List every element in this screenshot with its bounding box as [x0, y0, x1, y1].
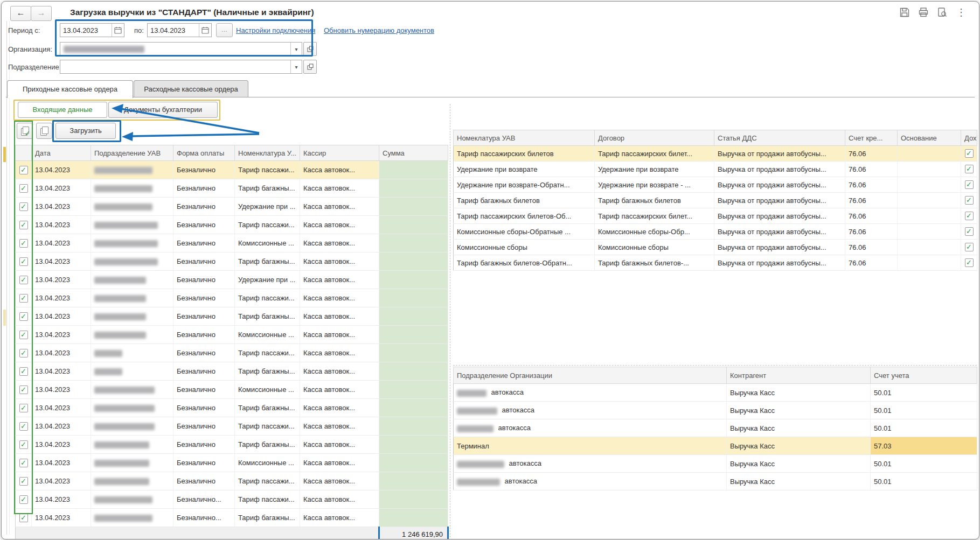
payment-form-cell[interactable]: Безналично	[173, 253, 235, 271]
table-row[interactable]: ✓13.04.2023БезналичноКомиссионные ...Кас…	[16, 454, 448, 472]
income-checkbox-cell[interactable]: ✓	[961, 224, 977, 240]
payment-form-cell[interactable]: Безналично	[173, 326, 235, 344]
cashier-cell[interactable]: Касса автовок...	[300, 271, 379, 289]
date-cell[interactable]: 13.04.2023	[32, 198, 91, 216]
department-cell[interactable]	[91, 490, 173, 509]
basis-cell[interactable]	[898, 177, 961, 193]
row-checkbox[interactable]: ✓	[19, 184, 28, 193]
checkbox-cell[interactable]: ✓	[16, 417, 32, 436]
payment-form-cell[interactable]: Безналично	[173, 179, 235, 198]
nomenclature-cell[interactable]: Тариф пассажи...	[235, 216, 300, 234]
period-from-field[interactable]	[60, 23, 124, 37]
row-checkbox[interactable]: ✓	[19, 257, 28, 266]
contragent-cell[interactable]: Выручка Касс	[727, 473, 871, 490]
sum-cell[interactable]	[379, 509, 448, 527]
department-cell[interactable]	[91, 436, 173, 454]
payment-form-cell[interactable]: Безналично	[173, 472, 235, 490]
column-header[interactable]	[16, 145, 32, 161]
table-row[interactable]: ✓13.04.2023БезналичноКомиссионные ...Кас…	[16, 381, 448, 399]
column-header[interactable]: Подразделение Организации	[454, 367, 727, 384]
sum-cell[interactable]	[379, 326, 448, 344]
vat-item-cell[interactable]: Выручка от продажи автобусны...	[714, 193, 845, 208]
date-cell[interactable]: 13.04.2023	[32, 399, 91, 417]
income-checkbox[interactable]: ✓	[965, 227, 974, 236]
department-cell[interactable]	[91, 307, 173, 326]
payment-form-cell[interactable]: Безналично	[173, 161, 235, 179]
connection-settings-link[interactable]: Настройки подключения	[236, 26, 315, 34]
table-row[interactable]: ✓13.04.2023БезналичноТариф багажны...Кас…	[16, 179, 448, 198]
department-cell[interactable]	[91, 344, 173, 362]
income-checkbox[interactable]: ✓	[965, 165, 974, 173]
column-header[interactable]: Номеклатура УАВ	[454, 130, 595, 146]
contract-cell[interactable]: Тариф багажных билетов	[595, 193, 714, 208]
nomenclature-cell[interactable]: Тариф багажных билетов	[454, 193, 595, 208]
checkbox-cell[interactable]: ✓	[16, 289, 32, 307]
period-to-field[interactable]	[147, 23, 212, 37]
column-header[interactable]: Контрагент	[727, 367, 871, 384]
table-row[interactable]: ✓13.04.2023БезналичноТариф багажны...Кас…	[16, 362, 448, 381]
column-header[interactable]: Подразделение УАВ	[91, 145, 173, 161]
cashier-cell[interactable]: Касса автовок...	[300, 234, 379, 253]
contract-cell[interactable]: Комиссионные сборы	[595, 240, 714, 255]
sum-cell[interactable]	[379, 472, 448, 490]
payment-form-cell[interactable]: Безналично	[173, 271, 235, 289]
basis-cell[interactable]	[898, 240, 961, 255]
date-cell[interactable]: 13.04.2023	[32, 490, 91, 509]
date-cell[interactable]: 13.04.2023	[32, 472, 91, 490]
row-checkbox[interactable]: ✓	[19, 312, 28, 321]
preview-icon[interactable]	[936, 6, 948, 18]
income-checkbox-cell[interactable]: ✓	[961, 193, 977, 208]
table-row[interactable]: автокассаВыручка Касс50.01	[454, 455, 977, 473]
table-row[interactable]: ✓13.04.2023БезналичноУдержание при ...Ка…	[16, 198, 448, 216]
checkbox-cell[interactable]: ✓	[16, 271, 32, 289]
date-cell[interactable]: 13.04.2023	[32, 344, 91, 362]
basis-cell[interactable]	[898, 224, 961, 240]
basis-cell[interactable]	[898, 162, 961, 177]
table-row[interactable]: ✓13.04.2023БезналичноКомиссионные ...Кас…	[16, 326, 448, 344]
cashier-cell[interactable]: Касса автовок...	[300, 161, 379, 179]
row-checkbox[interactable]: ✓	[19, 477, 28, 486]
income-checkbox[interactable]: ✓	[965, 243, 974, 251]
checkbox-cell[interactable]: ✓	[16, 161, 32, 179]
sum-cell[interactable]	[379, 179, 448, 198]
checkbox-cell[interactable]: ✓	[16, 216, 32, 234]
payment-form-cell[interactable]: Безналично	[173, 198, 235, 216]
department-cell[interactable]: автокасса	[454, 455, 727, 473]
department-cell[interactable]: автокасса	[454, 473, 727, 490]
row-checkbox[interactable]: ✓	[19, 404, 28, 412]
income-checkbox-cell[interactable]: ✓	[961, 177, 977, 193]
calendar-icon[interactable]	[199, 24, 211, 37]
payment-form-cell[interactable]: Безналично	[173, 417, 235, 436]
row-checkbox[interactable]: ✓	[19, 294, 28, 303]
table-row[interactable]: ✓13.04.2023БезналичноТариф багажны...Кас…	[16, 307, 448, 326]
income-checkbox-cell[interactable]: ✓	[961, 162, 977, 177]
vertical-splitter[interactable]	[450, 104, 450, 537]
table-row[interactable]: Удержание при возвратеУдержание при возв…	[454, 162, 977, 177]
nomenclature-cell[interactable]: Тариф пассажи...	[235, 289, 300, 307]
table-row[interactable]: Тариф пассажирских билетов-Об...Тариф па…	[454, 208, 977, 224]
checkbox-cell[interactable]: ✓	[16, 490, 32, 509]
credit-account-cell[interactable]: 76.06	[845, 255, 898, 271]
column-header[interactable]: Счет учета	[871, 367, 977, 384]
row-checkbox[interactable]: ✓	[19, 221, 28, 229]
checkbox-cell[interactable]: ✓	[16, 307, 32, 326]
payment-form-cell[interactable]: Безналично	[173, 216, 235, 234]
contract-cell[interactable]: Удержание при возврате - ...	[595, 177, 714, 193]
payment-form-cell[interactable]: Безналично	[173, 454, 235, 472]
table-row[interactable]: Комиссионные сборы-Обратные ...Комиссион…	[454, 224, 977, 240]
income-checkbox-cell[interactable]: ✓	[961, 240, 977, 255]
cashier-cell[interactable]: Касса автовок...	[300, 344, 379, 362]
date-cell[interactable]: 13.04.2023	[32, 161, 91, 179]
sum-cell[interactable]	[379, 234, 448, 253]
chevron-down-icon[interactable]: ▾	[290, 60, 302, 73]
forward-button[interactable]: →	[31, 6, 52, 21]
sum-cell[interactable]	[379, 253, 448, 271]
vat-item-cell[interactable]: Выручка от продажи автобусны...	[714, 255, 845, 271]
cashier-cell[interactable]: Касса автовок...	[300, 417, 379, 436]
vat-item-cell[interactable]: Выручка от продажи автобусны...	[714, 162, 845, 177]
row-checkbox[interactable]: ✓	[19, 459, 28, 467]
income-checkbox[interactable]: ✓	[965, 196, 974, 205]
checkbox-cell[interactable]: ✓	[16, 399, 32, 417]
column-header[interactable]: Основание	[898, 130, 961, 146]
sum-cell[interactable]	[379, 399, 448, 417]
